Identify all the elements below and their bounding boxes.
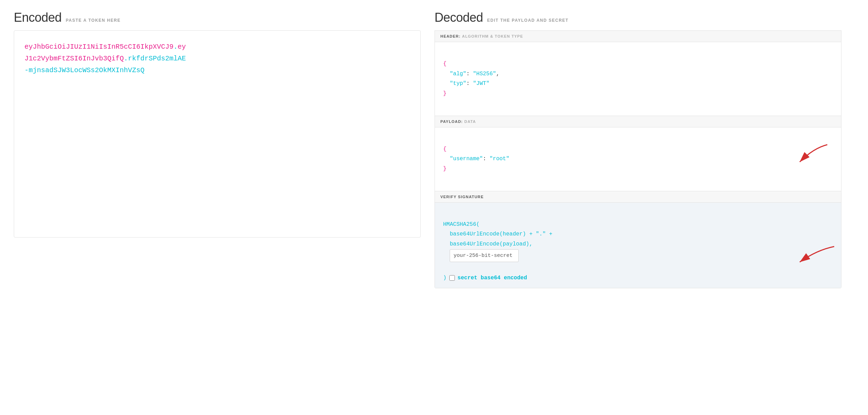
sig-line2: base64UrlEncode(header) + "." + [450,231,552,237]
payload-brace-close: } [443,166,447,172]
secret-input[interactable]: your-256-bit-secret [450,249,519,262]
header-panel: HEADER: ALGORITHM & TOKEN TYPE { "alg": … [435,30,841,116]
header-code: { "alg": "HS256", "typ": "JWT" } [443,49,833,109]
checkbox-row: ) secret base64 encoded [443,275,833,281]
header-brace-open: { [443,61,447,67]
decoded-side: Decoded EDIT THE PAYLOAD AND SECRET HEAD… [435,10,841,288]
payload-panel-label: PAYLOAD: DATA [435,116,841,127]
token-part1: eyJhbGciOiJIUzI1NiIsInR5cCI6IkpXVCJ9 [24,43,173,51]
encoded-header: Encoded PASTE A TOKEN HERE [14,10,421,25]
token-part3-end: -mjnsadSJW3LocWSs2OkMXInhVZsQ [24,66,144,74]
encoded-title: Encoded [14,10,62,25]
token-dot2: . [124,55,128,62]
token-part3-start: rkfdrSPds2mlAE [128,55,186,62]
verify-panel-label: VERIFY SIGNATURE [435,191,841,203]
header-panel-content[interactable]: { "alg": "HS256", "typ": "JWT" } [435,42,841,116]
verify-panel: VERIFY SIGNATURE HMACSHA256( base64UrlEn… [435,191,841,288]
header-alg-key: "alg" [450,71,466,77]
encoded-token: eyJhbGciOiJIUzI1NiIsInR5cCI6IkpXVCJ9.ey … [24,41,410,76]
token-dot1: . [173,43,178,51]
header-typ-key: "typ" [450,80,466,87]
hmac-func: HMACSHA256( [443,221,480,228]
token-part2-start: ey [178,43,186,51]
payload-username-key: "username" [450,156,483,162]
encoded-subtitle: PASTE A TOKEN HERE [66,18,121,23]
header-label-sub: ALGORITHM & TOKEN TYPE [462,34,523,38]
header-typ-value: "JWT" [473,80,489,87]
payload-code: { "username": "root" } [443,134,833,184]
payload-label-sub: DATA [464,119,476,124]
payload-panel-content[interactable]: { "username": "root" } [435,127,841,191]
decoded-title: Decoded [435,10,483,25]
checkbox-label: secret base64 encoded [458,275,527,281]
decoded-subtitle: EDIT THE PAYLOAD AND SECRET [487,18,569,23]
header-panel-label: HEADER: ALGORITHM & TOKEN TYPE [435,31,841,42]
encoded-box[interactable]: eyJhbGciOiJIUzI1NiIsInR5cCI6IkpXVCJ9.ey … [14,30,421,238]
payload-brace-open: { [443,146,447,152]
decoded-header: Decoded EDIT THE PAYLOAD AND SECRET [435,10,841,25]
base64-encoded-checkbox[interactable] [449,275,455,281]
header-alg-value: "HS256" [473,71,496,77]
token-part2-mid: J1c2VybmFtZSI6InJvb3QifQ [24,55,124,62]
close-paren: ) [443,275,447,281]
verify-code: HMACSHA256( base64UrlEncode(header) + ".… [443,210,833,272]
payload-panel: PAYLOAD: DATA { "username": "root" } [435,116,841,191]
payload-username-value: "root" [489,156,509,162]
main-layout: Encoded PASTE A TOKEN HERE eyJhbGciOiJIU… [14,10,841,288]
verify-panel-content[interactable]: HMACSHA256( base64UrlEncode(header) + ".… [435,203,841,288]
encoded-side: Encoded PASTE A TOKEN HERE eyJhbGciOiJIU… [14,10,421,288]
sig-line3: base64UrlEncode(payload), [450,241,532,247]
header-brace-close: } [443,90,447,97]
